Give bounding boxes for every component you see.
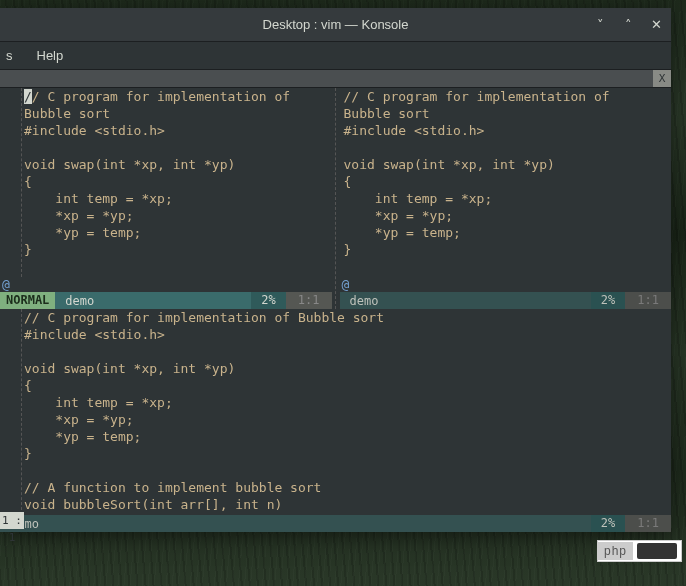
- watermark-text: php: [598, 542, 633, 560]
- filename: demo: [340, 294, 591, 308]
- filename: demo: [55, 294, 251, 308]
- menu-item-help[interactable]: Help: [33, 48, 68, 63]
- konsole-window: Desktop : vim — Konsole ˅ ˄ ✕ s Help X /…: [0, 8, 671, 532]
- code-text: / C program for implementation of Bubble…: [24, 89, 290, 257]
- pane-top-right[interactable]: // C program for implementation of Bubbl…: [340, 88, 672, 309]
- editor-area: // C program for implementation of Bubbl…: [0, 88, 671, 532]
- statusline-top-left: NORMAL demo 2% 1:1: [0, 292, 332, 309]
- mode-indicator: NORMAL: [0, 292, 55, 309]
- edge-position-badge: 1 : 1: [0, 512, 24, 529]
- maximize-icon[interactable]: ˄: [619, 17, 637, 32]
- percent-indicator: 2%: [591, 292, 625, 309]
- percent-indicator: 2%: [591, 515, 625, 532]
- position-indicator: 1:1: [625, 292, 671, 309]
- percent-indicator: 2%: [251, 292, 285, 309]
- watermark-blob: [637, 543, 677, 559]
- top-split: // C program for implementation of Bubbl…: [0, 88, 671, 309]
- filename: demo: [0, 517, 591, 531]
- statusline-bottom: demo 2% 1:1: [0, 515, 671, 532]
- position-indicator: 1:1: [625, 515, 671, 532]
- minimize-icon[interactable]: ˅: [591, 17, 609, 32]
- tab-close-button[interactable]: X: [653, 70, 671, 87]
- window-title: Desktop : vim — Konsole: [263, 17, 409, 32]
- titlebar[interactable]: Desktop : vim — Konsole ˅ ˄ ✕: [0, 8, 671, 42]
- code-top-left[interactable]: // C program for implementation of Bubbl…: [22, 88, 332, 277]
- gutter-left: [0, 88, 22, 277]
- close-icon[interactable]: ✕: [647, 17, 665, 32]
- vim-tabline: X: [0, 70, 671, 88]
- code-bottom[interactable]: // C program for implementation of Bubbl…: [22, 309, 671, 515]
- watermark: php: [597, 540, 682, 562]
- gutter-bottom: [0, 309, 22, 515]
- menubar: s Help: [0, 42, 671, 70]
- window-controls: ˅ ˄ ✕: [591, 17, 665, 32]
- menu-item-s[interactable]: s: [2, 48, 17, 63]
- statusline-top-right: demo 2% 1:1: [340, 292, 672, 309]
- lastline-indicator: @: [340, 277, 672, 292]
- lastline-indicator: @: [0, 277, 332, 292]
- pane-bottom[interactable]: // C program for implementation of Bubbl…: [0, 309, 671, 532]
- cursor: /: [24, 89, 32, 104]
- code-top-right[interactable]: // C program for implementation of Bubbl…: [340, 88, 672, 277]
- position-indicator: 1:1: [286, 292, 332, 309]
- vertical-separator[interactable]: [332, 88, 340, 309]
- pane-top-left[interactable]: // C program for implementation of Bubbl…: [0, 88, 332, 309]
